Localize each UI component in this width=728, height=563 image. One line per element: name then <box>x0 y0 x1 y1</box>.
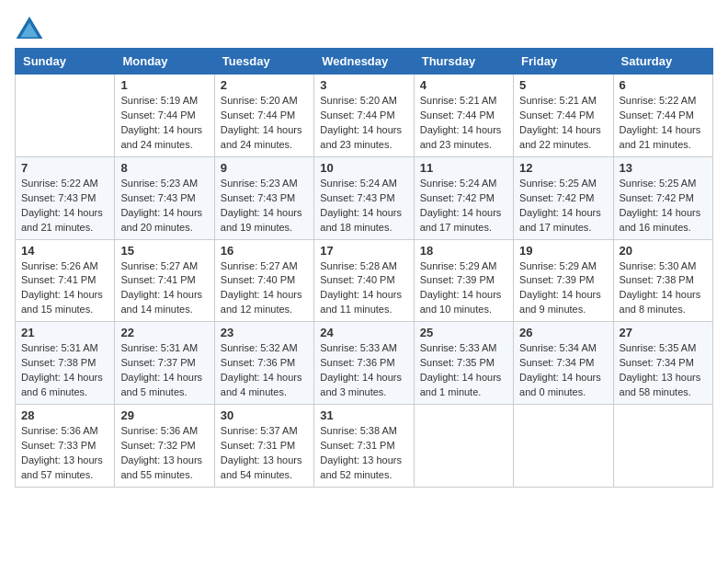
day-info: Sunrise: 5:36 AM Sunset: 7:32 PM Dayligh… <box>120 424 208 483</box>
calendar-header-saturday: Saturday <box>613 49 712 75</box>
day-info: Sunrise: 5:34 AM Sunset: 7:34 PM Dayligh… <box>519 341 607 400</box>
day-number: 25 <box>420 326 507 339</box>
day-info: Sunrise: 5:20 AM Sunset: 7:44 PM Dayligh… <box>320 94 407 153</box>
day-number: 13 <box>620 161 707 175</box>
day-info: Sunrise: 5:38 AM Sunset: 7:31 PM Dayligh… <box>320 424 407 483</box>
day-info: Sunrise: 5:28 AM Sunset: 7:40 PM Dayligh… <box>320 259 407 318</box>
calendar-cell: 27Sunrise: 5:35 AM Sunset: 7:34 PM Dayli… <box>613 322 712 405</box>
calendar-header-monday: Monday <box>115 49 214 75</box>
calendar-cell: 24Sunrise: 5:33 AM Sunset: 7:36 PM Dayli… <box>314 322 414 405</box>
day-number: 8 <box>120 161 208 175</box>
day-info: Sunrise: 5:22 AM Sunset: 7:44 PM Dayligh… <box>620 94 707 153</box>
day-number: 14 <box>21 244 108 258</box>
calendar-cell: 3Sunrise: 5:20 AM Sunset: 7:44 PM Daylig… <box>314 75 414 157</box>
day-number: 10 <box>320 161 407 175</box>
day-info: Sunrise: 5:33 AM Sunset: 7:36 PM Dayligh… <box>320 341 407 400</box>
calendar-cell: 26Sunrise: 5:34 AM Sunset: 7:34 PM Dayli… <box>514 322 613 405</box>
day-info: Sunrise: 5:27 AM Sunset: 7:41 PM Dayligh… <box>120 259 208 318</box>
calendar-cell: 12Sunrise: 5:25 AM Sunset: 7:42 PM Dayli… <box>514 156 613 239</box>
day-number: 6 <box>620 78 707 92</box>
day-number: 24 <box>320 326 407 339</box>
day-number: 27 <box>620 326 707 339</box>
day-info: Sunrise: 5:23 AM Sunset: 7:43 PM Dayligh… <box>221 177 308 236</box>
day-info: Sunrise: 5:23 AM Sunset: 7:43 PM Dayligh… <box>120 177 208 236</box>
day-number: 26 <box>519 326 607 339</box>
calendar-header-friday: Friday <box>514 49 613 75</box>
calendar-cell: 9Sunrise: 5:23 AM Sunset: 7:43 PM Daylig… <box>214 156 313 239</box>
day-info: Sunrise: 5:36 AM Sunset: 7:33 PM Dayligh… <box>21 424 108 483</box>
day-info: Sunrise: 5:35 AM Sunset: 7:34 PM Dayligh… <box>620 341 707 400</box>
calendar-cell: 21Sunrise: 5:31 AM Sunset: 7:38 PM Dayli… <box>16 322 115 405</box>
day-info: Sunrise: 5:27 AM Sunset: 7:40 PM Dayligh… <box>221 259 308 318</box>
day-info: Sunrise: 5:30 AM Sunset: 7:38 PM Dayligh… <box>620 259 707 318</box>
calendar-cell: 4Sunrise: 5:21 AM Sunset: 7:44 PM Daylig… <box>414 75 513 157</box>
calendar-cell: 14Sunrise: 5:26 AM Sunset: 7:41 PM Dayli… <box>16 239 115 322</box>
calendar-cell <box>514 405 613 488</box>
calendar-week-row: 1Sunrise: 5:19 AM Sunset: 7:44 PM Daylig… <box>16 75 713 157</box>
calendar-cell: 16Sunrise: 5:27 AM Sunset: 7:40 PM Dayli… <box>214 239 313 322</box>
calendar-header-wednesday: Wednesday <box>314 49 414 75</box>
day-number: 23 <box>221 326 308 339</box>
calendar-header-sunday: Sunday <box>16 49 115 75</box>
logo-icon <box>15 15 44 40</box>
page-header <box>15 15 713 40</box>
day-info: Sunrise: 5:29 AM Sunset: 7:39 PM Dayligh… <box>420 259 507 318</box>
day-number: 29 <box>120 408 208 422</box>
day-number: 28 <box>21 408 108 422</box>
day-number: 9 <box>221 161 308 175</box>
day-info: Sunrise: 5:21 AM Sunset: 7:44 PM Dayligh… <box>420 94 507 153</box>
calendar-cell: 20Sunrise: 5:30 AM Sunset: 7:38 PM Dayli… <box>613 239 712 322</box>
day-info: Sunrise: 5:24 AM Sunset: 7:42 PM Dayligh… <box>420 177 507 236</box>
calendar-cell: 31Sunrise: 5:38 AM Sunset: 7:31 PM Dayli… <box>314 405 414 488</box>
day-info: Sunrise: 5:31 AM Sunset: 7:38 PM Dayligh… <box>21 341 108 400</box>
calendar-cell <box>613 405 712 488</box>
day-number: 16 <box>221 244 308 258</box>
calendar-cell <box>16 75 115 157</box>
calendar-cell: 18Sunrise: 5:29 AM Sunset: 7:39 PM Dayli… <box>414 239 513 322</box>
calendar-week-row: 7Sunrise: 5:22 AM Sunset: 7:43 PM Daylig… <box>16 156 713 239</box>
day-info: Sunrise: 5:32 AM Sunset: 7:36 PM Dayligh… <box>221 341 308 400</box>
calendar-header-row: SundayMondayTuesdayWednesdayThursdayFrid… <box>16 49 713 75</box>
calendar-week-row: 14Sunrise: 5:26 AM Sunset: 7:41 PM Dayli… <box>16 239 713 322</box>
day-number: 21 <box>21 326 108 339</box>
day-number: 18 <box>420 244 507 258</box>
day-number: 5 <box>519 78 607 92</box>
day-number: 2 <box>221 78 308 92</box>
day-number: 20 <box>620 244 707 258</box>
calendar-cell: 11Sunrise: 5:24 AM Sunset: 7:42 PM Dayli… <box>414 156 513 239</box>
calendar-cell: 22Sunrise: 5:31 AM Sunset: 7:37 PM Dayli… <box>115 322 214 405</box>
day-number: 11 <box>420 161 507 175</box>
day-info: Sunrise: 5:29 AM Sunset: 7:39 PM Dayligh… <box>519 259 607 318</box>
calendar-cell: 10Sunrise: 5:24 AM Sunset: 7:43 PM Dayli… <box>314 156 414 239</box>
calendar-cell <box>414 405 513 488</box>
day-info: Sunrise: 5:25 AM Sunset: 7:42 PM Dayligh… <box>620 177 707 236</box>
day-info: Sunrise: 5:24 AM Sunset: 7:43 PM Dayligh… <box>320 177 407 236</box>
day-info: Sunrise: 5:26 AM Sunset: 7:41 PM Dayligh… <box>21 259 108 318</box>
day-info: Sunrise: 5:22 AM Sunset: 7:43 PM Dayligh… <box>21 177 108 236</box>
day-number: 7 <box>21 161 108 175</box>
calendar-week-row: 21Sunrise: 5:31 AM Sunset: 7:38 PM Dayli… <box>16 322 713 405</box>
calendar-cell: 25Sunrise: 5:33 AM Sunset: 7:35 PM Dayli… <box>414 322 513 405</box>
calendar-cell: 6Sunrise: 5:22 AM Sunset: 7:44 PM Daylig… <box>613 75 712 157</box>
calendar-cell: 1Sunrise: 5:19 AM Sunset: 7:44 PM Daylig… <box>115 75 214 157</box>
calendar-week-row: 28Sunrise: 5:36 AM Sunset: 7:33 PM Dayli… <box>16 405 713 488</box>
calendar-cell: 7Sunrise: 5:22 AM Sunset: 7:43 PM Daylig… <box>16 156 115 239</box>
calendar-header-thursday: Thursday <box>414 49 513 75</box>
calendar-cell: 13Sunrise: 5:25 AM Sunset: 7:42 PM Dayli… <box>613 156 712 239</box>
calendar-cell: 28Sunrise: 5:36 AM Sunset: 7:33 PM Dayli… <box>16 405 115 488</box>
day-info: Sunrise: 5:37 AM Sunset: 7:31 PM Dayligh… <box>221 424 308 483</box>
calendar-cell: 15Sunrise: 5:27 AM Sunset: 7:41 PM Dayli… <box>115 239 214 322</box>
day-number: 22 <box>120 326 208 339</box>
day-info: Sunrise: 5:21 AM Sunset: 7:44 PM Dayligh… <box>519 94 607 153</box>
calendar-cell: 29Sunrise: 5:36 AM Sunset: 7:32 PM Dayli… <box>115 405 214 488</box>
day-number: 4 <box>420 78 507 92</box>
day-info: Sunrise: 5:33 AM Sunset: 7:35 PM Dayligh… <box>420 341 507 400</box>
day-info: Sunrise: 5:25 AM Sunset: 7:42 PM Dayligh… <box>519 177 607 236</box>
day-number: 12 <box>519 161 607 175</box>
calendar-cell: 2Sunrise: 5:20 AM Sunset: 7:44 PM Daylig… <box>214 75 313 157</box>
calendar-cell: 5Sunrise: 5:21 AM Sunset: 7:44 PM Daylig… <box>514 75 613 157</box>
day-number: 17 <box>320 244 407 258</box>
day-number: 31 <box>320 408 407 422</box>
calendar-header-tuesday: Tuesday <box>214 49 313 75</box>
calendar-cell: 19Sunrise: 5:29 AM Sunset: 7:39 PM Dayli… <box>514 239 613 322</box>
